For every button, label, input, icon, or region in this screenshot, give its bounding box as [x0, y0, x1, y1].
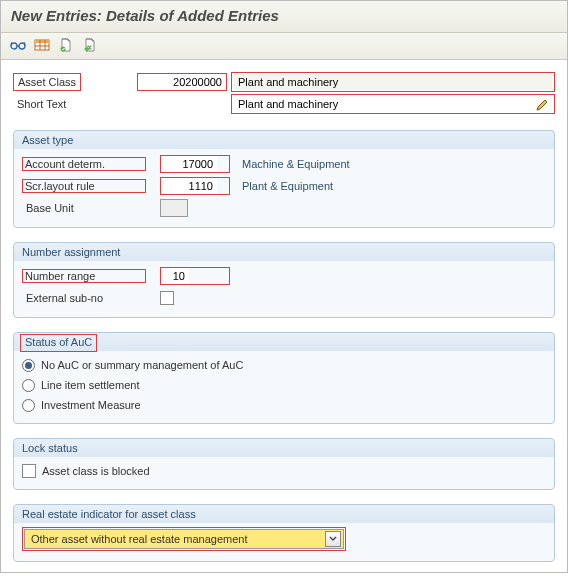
short-text-label: Short Text: [13, 96, 133, 112]
svg-point-7: [61, 47, 66, 52]
radio-no-auc-label: No AuC or summary management of AuC: [41, 359, 243, 371]
scr-layout-input[interactable]: [161, 178, 217, 194]
account-determ-desc: Machine & Equipment: [238, 158, 546, 170]
real-estate-dropdown[interactable]: Other asset without real estate manageme…: [24, 529, 344, 549]
asset-blocked-checkbox[interactable]: [22, 464, 36, 478]
group-status-auc-title: Status of AuC: [14, 333, 554, 351]
group-number-assignment-title: Number assignment: [14, 243, 554, 261]
radio-no-auc[interactable]: No AuC or summary management of AuC: [22, 355, 546, 375]
number-range-input[interactable]: [161, 268, 189, 284]
chevron-down-icon: [325, 531, 341, 547]
number-range-label: Number range: [22, 269, 146, 283]
group-lock-status-title: Lock status: [14, 439, 554, 457]
short-text-input[interactable]: [234, 96, 552, 112]
external-subno-checkbox[interactable]: [160, 291, 174, 305]
asset-blocked-label: Asset class is blocked: [42, 465, 150, 477]
pencil-icon[interactable]: [534, 97, 550, 113]
header-grid: Asset Class Short Text: [13, 72, 555, 114]
group-asset-type-title: Asset type: [14, 131, 554, 149]
group-status-auc: Status of AuC No AuC or summary manageme…: [13, 332, 555, 424]
account-determ-input[interactable]: [161, 156, 217, 172]
status-auc-title-text: Status of AuC: [20, 334, 97, 352]
svg-point-1: [19, 43, 25, 49]
base-unit-input[interactable]: [160, 199, 188, 217]
radio-icon: [22, 399, 35, 412]
table-icon[interactable]: [33, 37, 51, 53]
group-number-assignment: Number assignment Number range External …: [13, 242, 555, 318]
asset-class-desc: [234, 74, 552, 90]
radio-line-item[interactable]: Line item settlement: [22, 375, 546, 395]
title-bar: New Entries: Details of Added Entries: [1, 1, 567, 33]
group-real-estate: Real estate indicator for asset class Ot…: [13, 504, 555, 562]
group-real-estate-title: Real estate indicator for asset class: [14, 505, 554, 523]
page-green-icon[interactable]: [57, 37, 75, 53]
page-title: New Entries: Details of Added Entries: [11, 7, 557, 24]
scr-layout-desc: Plant & Equipment: [238, 180, 546, 192]
group-asset-type: Asset type Account determ. Machine & Equ…: [13, 130, 555, 228]
radio-icon: [22, 379, 35, 392]
real-estate-selected: Other asset without real estate manageme…: [31, 533, 247, 545]
radio-investment-label: Investment Measure: [41, 399, 141, 411]
radio-line-item-label: Line item settlement: [41, 379, 139, 391]
svg-rect-3: [35, 40, 49, 43]
glasses-icon[interactable]: [9, 37, 27, 53]
group-lock-status: Lock status Asset class is blocked: [13, 438, 555, 490]
scr-layout-label: Scr.layout rule: [22, 179, 146, 193]
asset-class-input[interactable]: [138, 74, 226, 90]
account-determ-label: Account determ.: [22, 157, 146, 171]
asset-class-label: Asset Class: [13, 73, 81, 91]
svg-point-0: [11, 43, 17, 49]
base-unit-label: Base Unit: [22, 200, 152, 216]
page-plain-icon[interactable]: [81, 37, 99, 53]
radio-icon: [22, 359, 35, 372]
radio-investment[interactable]: Investment Measure: [22, 395, 546, 415]
external-subno-label: External sub-no: [22, 290, 152, 306]
toolbar: [1, 33, 567, 60]
